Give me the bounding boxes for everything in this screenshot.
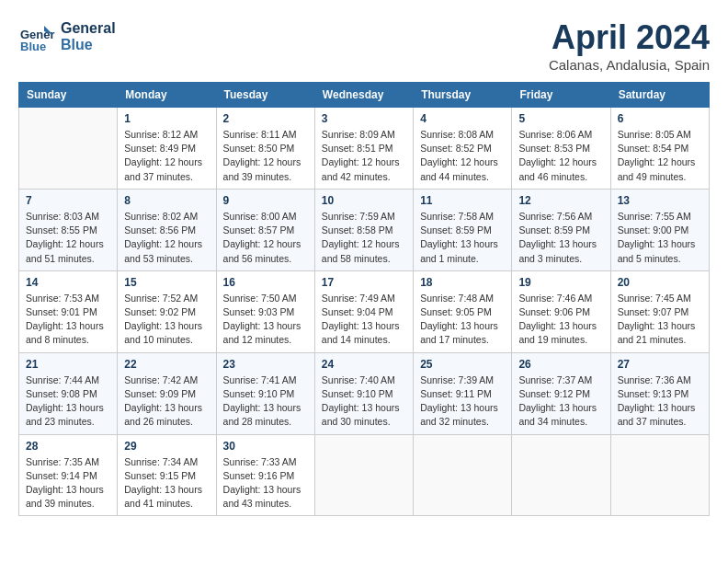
day-info: Sunrise: 7:55 AMSunset: 9:00 PMDaylight:… [618, 210, 702, 266]
day-number: 20 [618, 276, 702, 289]
day-info: Sunrise: 7:56 AMSunset: 8:59 PMDaylight:… [518, 210, 603, 266]
table-row: 15Sunrise: 7:52 AMSunset: 9:02 PMDayligh… [118, 270, 216, 352]
day-number: 7 [26, 194, 110, 207]
day-info: Sunrise: 8:09 AMSunset: 8:51 PMDaylight:… [322, 128, 406, 184]
table-row: 21Sunrise: 7:44 AMSunset: 9:08 PMDayligh… [19, 352, 118, 434]
table-row: 26Sunrise: 7:37 AMSunset: 9:12 PMDayligh… [512, 352, 610, 434]
table-row: 3Sunrise: 8:09 AMSunset: 8:51 PMDaylight… [314, 108, 413, 190]
col-saturday: Saturday [610, 83, 709, 108]
day-number: 19 [518, 276, 603, 289]
table-row: 12Sunrise: 7:56 AMSunset: 8:59 PMDayligh… [512, 189, 610, 270]
day-number: 9 [223, 194, 308, 207]
day-info: Sunrise: 7:48 AMSunset: 9:05 PMDaylight:… [420, 292, 505, 348]
page-header: General Blue General Blue April 2024 Cal… [18, 18, 710, 73]
logo: General Blue General Blue [18, 18, 116, 55]
day-number: 24 [322, 358, 406, 371]
col-friday: Friday [512, 83, 610, 108]
calendar-week-row: 21Sunrise: 7:44 AMSunset: 9:08 PMDayligh… [19, 352, 710, 434]
day-info: Sunrise: 7:35 AMSunset: 9:14 PMDaylight:… [26, 455, 110, 511]
table-row: 17Sunrise: 7:49 AMSunset: 9:04 PMDayligh… [314, 270, 413, 352]
col-tuesday: Tuesday [216, 83, 314, 108]
day-info: Sunrise: 7:45 AMSunset: 9:07 PMDaylight:… [618, 292, 702, 348]
table-row: 10Sunrise: 7:59 AMSunset: 8:58 PMDayligh… [314, 189, 413, 270]
day-number: 12 [518, 194, 603, 207]
title-block: April 2024 Calanas, Andalusia, Spain [549, 18, 710, 73]
table-row: 19Sunrise: 7:46 AMSunset: 9:06 PMDayligh… [512, 270, 610, 352]
day-info: Sunrise: 7:36 AMSunset: 9:13 PMDaylight:… [618, 373, 702, 430]
day-info: Sunrise: 7:50 AMSunset: 9:03 PMDaylight:… [223, 292, 308, 348]
day-info: Sunrise: 7:42 AMSunset: 9:09 PMDaylight:… [124, 373, 209, 430]
day-info: Sunrise: 7:39 AMSunset: 9:11 PMDaylight:… [420, 373, 505, 430]
day-number: 30 [223, 440, 308, 453]
day-number: 3 [322, 112, 406, 125]
svg-text:Blue: Blue [20, 40, 46, 53]
table-row: 9Sunrise: 8:00 AMSunset: 8:57 PMDaylight… [216, 189, 314, 270]
day-number: 23 [223, 358, 308, 371]
day-number: 25 [420, 358, 505, 371]
col-sunday: Sunday [19, 83, 118, 108]
table-row: 20Sunrise: 7:45 AMSunset: 9:07 PMDayligh… [610, 270, 709, 352]
day-number: 22 [124, 358, 209, 371]
day-number: 21 [26, 358, 110, 371]
day-number: 11 [420, 194, 505, 207]
table-row: 5Sunrise: 8:06 AMSunset: 8:53 PMDaylight… [512, 108, 610, 190]
calendar-week-row: 28Sunrise: 7:35 AMSunset: 9:14 PMDayligh… [19, 434, 710, 516]
day-number: 6 [618, 112, 702, 125]
day-info: Sunrise: 7:40 AMSunset: 9:10 PMDaylight:… [322, 373, 406, 430]
day-info: Sunrise: 7:59 AMSunset: 8:58 PMDaylight:… [322, 210, 406, 266]
table-row [19, 108, 118, 190]
calendar-table: Sunday Monday Tuesday Wednesday Thursday… [18, 82, 710, 516]
day-info: Sunrise: 8:12 AMSunset: 8:49 PMDaylight:… [124, 128, 209, 184]
day-number: 8 [124, 194, 209, 207]
table-row: 13Sunrise: 7:55 AMSunset: 9:00 PMDayligh… [610, 189, 709, 270]
table-row: 24Sunrise: 7:40 AMSunset: 9:10 PMDayligh… [314, 352, 413, 434]
day-info: Sunrise: 8:06 AMSunset: 8:53 PMDaylight:… [518, 128, 603, 184]
day-number: 5 [518, 112, 603, 125]
table-row [610, 434, 709, 516]
day-number: 27 [618, 358, 702, 371]
logo-general: General [61, 20, 116, 37]
day-number: 13 [618, 194, 702, 207]
table-row [414, 434, 512, 516]
day-number: 28 [26, 440, 110, 453]
day-info: Sunrise: 7:44 AMSunset: 9:08 PMDaylight:… [26, 373, 110, 430]
day-info: Sunrise: 8:08 AMSunset: 8:52 PMDaylight:… [420, 128, 505, 184]
day-info: Sunrise: 8:05 AMSunset: 8:54 PMDaylight:… [618, 128, 702, 184]
day-number: 26 [518, 358, 603, 371]
day-info: Sunrise: 7:49 AMSunset: 9:04 PMDaylight:… [322, 292, 406, 348]
day-number: 16 [223, 276, 308, 289]
day-info: Sunrise: 8:02 AMSunset: 8:56 PMDaylight:… [124, 210, 209, 266]
col-monday: Monday [118, 83, 216, 108]
day-info: Sunrise: 7:52 AMSunset: 9:02 PMDaylight:… [124, 292, 209, 348]
day-number: 15 [124, 276, 209, 289]
logo-blue: Blue [61, 37, 116, 53]
calendar-week-row: 1Sunrise: 8:12 AMSunset: 8:49 PMDaylight… [19, 108, 710, 190]
day-number: 1 [124, 112, 209, 125]
table-row: 29Sunrise: 7:34 AMSunset: 9:15 PMDayligh… [118, 434, 216, 516]
calendar-week-row: 14Sunrise: 7:53 AMSunset: 9:01 PMDayligh… [19, 270, 710, 352]
day-number: 17 [322, 276, 406, 289]
location-subtitle: Calanas, Andalusia, Spain [549, 57, 710, 73]
day-info: Sunrise: 8:03 AMSunset: 8:55 PMDaylight:… [26, 210, 110, 266]
table-row: 28Sunrise: 7:35 AMSunset: 9:14 PMDayligh… [19, 434, 118, 516]
table-row: 25Sunrise: 7:39 AMSunset: 9:11 PMDayligh… [414, 352, 512, 434]
calendar-week-row: 7Sunrise: 8:03 AMSunset: 8:55 PMDaylight… [19, 189, 710, 270]
table-row: 11Sunrise: 7:58 AMSunset: 8:59 PMDayligh… [414, 189, 512, 270]
day-number: 4 [420, 112, 505, 125]
month-year-title: April 2024 [549, 18, 710, 57]
table-row: 22Sunrise: 7:42 AMSunset: 9:09 PMDayligh… [118, 352, 216, 434]
table-row: 2Sunrise: 8:11 AMSunset: 8:50 PMDaylight… [216, 108, 314, 190]
table-row: 4Sunrise: 8:08 AMSunset: 8:52 PMDaylight… [414, 108, 512, 190]
col-thursday: Thursday [414, 83, 512, 108]
day-info: Sunrise: 7:58 AMSunset: 8:59 PMDaylight:… [420, 210, 505, 266]
day-number: 29 [124, 440, 209, 453]
table-row: 8Sunrise: 8:02 AMSunset: 8:56 PMDaylight… [118, 189, 216, 270]
day-info: Sunrise: 7:41 AMSunset: 9:10 PMDaylight:… [223, 373, 308, 430]
table-row: 23Sunrise: 7:41 AMSunset: 9:10 PMDayligh… [216, 352, 314, 434]
table-row: 6Sunrise: 8:05 AMSunset: 8:54 PMDaylight… [610, 108, 709, 190]
table-row: 1Sunrise: 8:12 AMSunset: 8:49 PMDaylight… [118, 108, 216, 190]
day-info: Sunrise: 7:33 AMSunset: 9:16 PMDaylight:… [223, 455, 308, 511]
calendar-header-row: Sunday Monday Tuesday Wednesday Thursday… [19, 83, 710, 108]
day-info: Sunrise: 7:53 AMSunset: 9:01 PMDaylight:… [26, 292, 110, 348]
day-info: Sunrise: 8:11 AMSunset: 8:50 PMDaylight:… [223, 128, 308, 184]
